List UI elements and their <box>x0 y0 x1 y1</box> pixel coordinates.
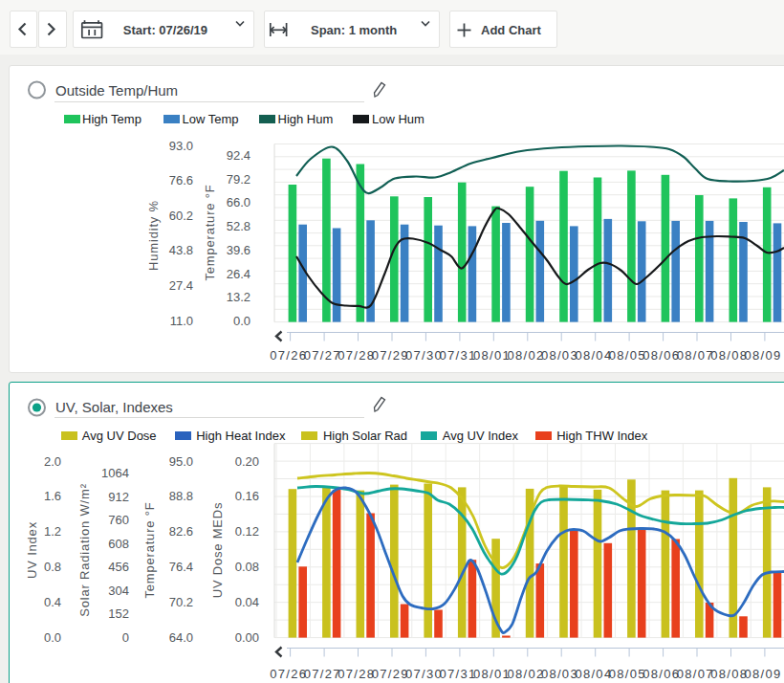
svg-text:08/02: 08/02 <box>507 667 544 681</box>
svg-text:82.6: 82.6 <box>169 524 193 539</box>
svg-text:08/09: 08/09 <box>745 348 782 363</box>
svg-text:912: 912 <box>108 490 129 504</box>
svg-text:0: 0 <box>122 630 129 645</box>
svg-text:79.2: 79.2 <box>227 172 250 187</box>
svg-text:07/31: 07/31 <box>440 348 477 363</box>
svg-text:08/09: 08/09 <box>745 667 782 681</box>
svg-text:0.4: 0.4 <box>44 595 61 609</box>
svg-text:0.0: 0.0 <box>233 314 250 328</box>
svg-text:Temperature °F: Temperature °F <box>203 185 217 281</box>
svg-text:13.2: 13.2 <box>227 290 250 304</box>
svg-text:07/29: 07/29 <box>372 667 409 681</box>
svg-text:0.8: 0.8 <box>44 560 61 574</box>
svg-text:760: 760 <box>108 513 129 527</box>
svg-text:Solar Radiation W/m²: Solar Radiation W/m² <box>77 483 92 617</box>
svg-text:08/04: 08/04 <box>575 667 612 681</box>
svg-text:08/01: 08/01 <box>473 348 511 363</box>
svg-text:08/03: 08/03 <box>541 348 578 363</box>
svg-text:39.6: 39.6 <box>227 243 250 257</box>
svg-text:456: 456 <box>108 560 129 574</box>
svg-text:07/27: 07/27 <box>304 667 341 681</box>
svg-text:76.4: 76.4 <box>169 560 193 574</box>
svg-text:52.8: 52.8 <box>227 219 250 233</box>
svg-text:07/26: 07/26 <box>270 348 307 363</box>
svg-text:08/02: 08/02 <box>507 348 544 363</box>
svg-text:08/07: 08/07 <box>677 348 714 363</box>
svg-text:0.12: 0.12 <box>235 524 259 539</box>
svg-text:08/04: 08/04 <box>575 348 612 363</box>
svg-text:0.20: 0.20 <box>235 454 259 469</box>
svg-text:64.0: 64.0 <box>169 630 193 645</box>
svg-text:88.8: 88.8 <box>169 489 193 503</box>
svg-text:95.0: 95.0 <box>169 454 193 469</box>
svg-text:08/01: 08/01 <box>473 667 511 681</box>
svg-text:0.0: 0.0 <box>44 630 61 645</box>
svg-text:66.0: 66.0 <box>227 195 250 209</box>
svg-text:1.6: 1.6 <box>44 489 61 503</box>
svg-text:08/08: 08/08 <box>710 348 748 363</box>
svg-text:60.2: 60.2 <box>169 209 193 223</box>
svg-text:27.4: 27.4 <box>169 278 193 293</box>
svg-text:08/06: 08/06 <box>642 348 680 363</box>
svg-text:608: 608 <box>108 537 129 551</box>
svg-text:UV Dose MEDs: UV Dose MEDs <box>210 502 225 599</box>
svg-text:07/30: 07/30 <box>405 348 443 363</box>
svg-text:1064: 1064 <box>101 466 129 480</box>
svg-text:0.16: 0.16 <box>235 489 259 503</box>
svg-text:08/05: 08/05 <box>609 667 646 681</box>
svg-text:07/31: 07/31 <box>440 667 477 681</box>
svg-text:76.6: 76.6 <box>169 173 193 187</box>
svg-text:304: 304 <box>108 584 129 598</box>
svg-text:07/27: 07/27 <box>304 348 341 363</box>
svg-text:07/28: 07/28 <box>338 348 375 363</box>
svg-text:07/30: 07/30 <box>405 667 443 681</box>
svg-text:Temperature °F: Temperature °F <box>142 502 157 599</box>
svg-text:70.2: 70.2 <box>169 595 193 609</box>
svg-text:07/26: 07/26 <box>270 667 307 681</box>
svg-text:2.0: 2.0 <box>44 454 61 469</box>
svg-text:93.0: 93.0 <box>169 139 193 153</box>
svg-text:UV Index: UV Index <box>25 521 39 579</box>
svg-text:92.4: 92.4 <box>227 148 250 163</box>
svg-text:0.00: 0.00 <box>235 630 259 645</box>
svg-text:152: 152 <box>108 606 129 621</box>
svg-text:Humidity %: Humidity % <box>146 200 161 271</box>
svg-text:08/05: 08/05 <box>609 348 646 363</box>
svg-text:07/29: 07/29 <box>372 348 409 363</box>
svg-text:1.2: 1.2 <box>44 524 61 539</box>
svg-text:08/08: 08/08 <box>710 667 748 681</box>
svg-text:26.4: 26.4 <box>227 267 250 281</box>
svg-text:11.0: 11.0 <box>170 314 193 328</box>
svg-text:08/07: 08/07 <box>677 667 714 681</box>
svg-text:0.08: 0.08 <box>235 560 259 574</box>
svg-text:43.8: 43.8 <box>169 243 193 257</box>
svg-text:08/03: 08/03 <box>541 667 578 681</box>
svg-text:08/06: 08/06 <box>642 667 680 681</box>
svg-text:0.04: 0.04 <box>235 595 259 609</box>
svg-text:07/28: 07/28 <box>338 667 375 681</box>
